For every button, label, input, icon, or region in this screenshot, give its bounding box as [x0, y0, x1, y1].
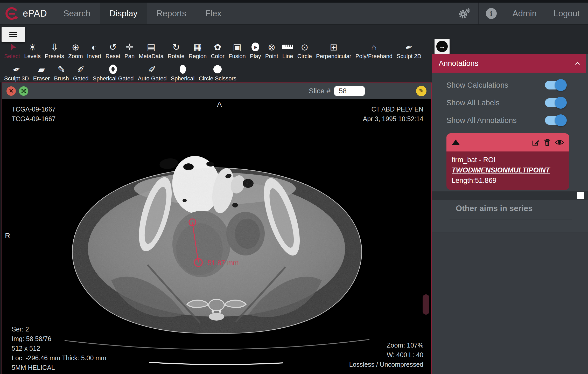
tool-region[interactable]: ▦Region — [186, 41, 209, 60]
gated-brush-icon: ✐ — [76, 63, 86, 75]
point-target-icon: ⊗ — [267, 41, 276, 53]
tool-label: Select — [4, 53, 20, 60]
measurement-label: 51.87 mm — [208, 259, 239, 267]
tool-spherical[interactable]: Spherical — [169, 63, 197, 82]
tool-label: Line — [282, 53, 293, 60]
edit-pencil-button[interactable]: ✎ — [416, 86, 426, 96]
tool-brush[interactable]: ✎Brush — [52, 63, 71, 82]
toggle-label: Show All Annotations — [446, 116, 517, 125]
tool-color[interactable]: ✿Color — [209, 41, 227, 60]
tool-label: Zoom — [68, 53, 83, 60]
tool-select[interactable]: ➤Select — [2, 41, 22, 60]
tool-perpendicular[interactable]: ⊞Perpendicular — [314, 41, 353, 60]
panel-resize-handle[interactable] — [577, 192, 584, 199]
overlay-line: TCGA-09-1667 — [12, 114, 56, 124]
slice-scrollbar-thumb[interactable] — [423, 294, 429, 315]
edit-annotation-icon[interactable] — [531, 138, 540, 147]
toggle-label: Show All Labels — [446, 99, 500, 107]
menu-button[interactable] — [2, 27, 25, 42]
eraser-icon: ▰ — [37, 63, 46, 75]
toolbar-row-1: ➤Select☀Levels⇩Presets⊕Zoom◐Invert↺Reset… — [2, 41, 423, 60]
epad-app: ePAD SearchDisplayReportsFlex i Admin Lo… — [0, 0, 588, 374]
toggle-row-show-calculations: Show Calculations — [432, 76, 588, 94]
tool-sculpt-3d[interactable]: ✒Sculpt 3D — [2, 63, 31, 82]
circle-dot-icon: ⊙ — [300, 41, 309, 53]
tool-label: Levels — [24, 53, 41, 60]
info-button[interactable]: i — [478, 3, 504, 24]
epad-brand[interactable]: ePAD — [0, 3, 54, 24]
tool-zoom[interactable]: ⊕Zoom — [66, 41, 85, 60]
annotation-toggles: Show CalculationsShow All LabelsShow All… — [432, 73, 588, 129]
tool-point[interactable]: ⊗Point — [263, 41, 280, 60]
poly-freehand-icon: ⌂ — [369, 41, 379, 53]
brush-icon: ✎ — [57, 63, 66, 75]
tool-circle[interactable]: ⊙Circle — [295, 41, 314, 60]
arrow-right-icon: → — [436, 41, 448, 52]
tool-pan[interactable]: ✛Pan — [122, 41, 137, 60]
sculpt-2d-brush-icon: ✒ — [404, 41, 414, 53]
tool-levels[interactable]: ☀Levels — [22, 41, 43, 60]
toggle-switch[interactable] — [545, 81, 566, 89]
viewport-header: ✕ Slice # ✎ — [2, 83, 431, 99]
tool-label: MetaData — [139, 53, 163, 60]
toggle-row-show-all-labels: Show All Labels — [432, 94, 588, 112]
expand-viewport-button[interactable] — [19, 86, 28, 96]
tool-label: Gated — [73, 75, 89, 82]
tool-spherical-gated[interactable]: Spherical Gated — [91, 63, 136, 82]
tool-poly-freehand[interactable]: ⌂Poly/Freehand — [353, 41, 395, 60]
play-icon: ▶ — [251, 41, 260, 53]
display-info-overlay: Zoom: 107%W: 400 L: 40Lossless / Uncompr… — [349, 341, 423, 369]
rotate-icon: ↻ — [171, 41, 181, 53]
series-info-overlay: Ser: 2Img: 58 58/76512 x 512Loc: -296.46… — [12, 324, 106, 372]
tool-fusion[interactable]: ▣Fusion — [227, 41, 248, 60]
delete-annotation-icon[interactable] — [543, 138, 551, 147]
slice-number-input[interactable] — [334, 86, 365, 96]
overlay-line: Ser: 2 — [12, 324, 106, 334]
toolbar-row-2: ✒Sculpt 3D▰Eraser✎Brush✐GatedSpherical G… — [2, 63, 239, 82]
tool-eraser[interactable]: ▰Eraser — [31, 63, 52, 82]
annotation-card[interactable]: firm_bat - ROI TWODIMENSIONMULTIPOINT Le… — [446, 133, 569, 190]
tool-play[interactable]: ▶Play — [248, 41, 263, 60]
annotation-type: TWODIMENSIONMULTIPOINT — [452, 165, 564, 175]
annotation-length: Length:51.869 — [452, 175, 564, 186]
tool-reset[interactable]: ↺Reset — [103, 41, 122, 60]
collapse-panel-button[interactable]: → — [435, 39, 450, 54]
info-icon: i — [486, 8, 497, 19]
tool-invert[interactable]: ◐Invert — [85, 41, 103, 60]
orientation-right-label: R — [5, 232, 10, 240]
tab-flex[interactable]: Flex — [196, 3, 231, 24]
chevron-up-icon — [575, 62, 580, 66]
panel-title: Annotations — [439, 59, 478, 68]
settings-gears-button[interactable] — [450, 3, 478, 24]
tab-display[interactable]: Display — [100, 3, 147, 24]
tool-line[interactable]: Line — [280, 41, 295, 60]
tool-rotate[interactable]: ↻Rotate — [166, 41, 187, 60]
annotations-panel-header[interactable]: Annotations — [432, 54, 586, 73]
annotations-panel: Annotations Show CalculationsShow All La… — [432, 54, 588, 374]
tab-reports[interactable]: Reports — [147, 3, 196, 24]
line-ruler-icon — [282, 41, 293, 53]
logout-link[interactable]: Logout — [545, 3, 588, 24]
visibility-eye-icon[interactable] — [555, 138, 564, 147]
ct-image-area[interactable]: 51.87 mm TCGA-09-1667TCGA-09-1667 CT ABD… — [2, 99, 431, 374]
tool-auto-gated[interactable]: ✐Auto Gated — [136, 63, 169, 82]
toggle-switch[interactable] — [545, 116, 566, 125]
slice-control: Slice # — [309, 86, 365, 96]
overlay-line: 5MM HELICAL — [12, 363, 106, 372]
overlay-line: 512 x 512 — [12, 344, 106, 353]
panel-lower-area — [432, 232, 588, 374]
close-viewport-button[interactable]: ✕ — [6, 86, 16, 96]
panel-resize-strip — [432, 191, 588, 200]
tool-circle-scissors[interactable]: Circle Scissors — [197, 63, 238, 82]
perpendicular-icon: ⊞ — [329, 41, 338, 53]
tab-search[interactable]: Search — [54, 3, 100, 24]
toggle-switch[interactable] — [545, 98, 566, 107]
settings-gears-icon — [458, 7, 471, 20]
tool-sculpt-2d[interactable]: ✒Sculpt 2D — [395, 41, 423, 60]
hamburger-icon — [9, 32, 17, 33]
tool-metadata[interactable]: ▤MetaData — [137, 41, 165, 60]
invert-icon: ◐ — [89, 41, 99, 53]
admin-link[interactable]: Admin — [504, 3, 545, 24]
tool-presets[interactable]: ⇩Presets — [43, 41, 66, 60]
tool-gated[interactable]: ✐Gated — [71, 63, 91, 82]
